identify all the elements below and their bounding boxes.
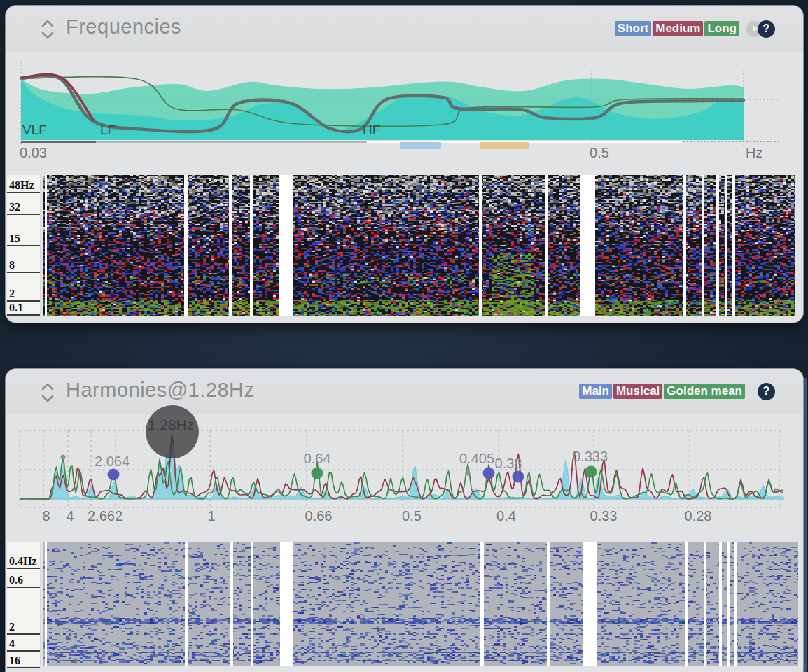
scale-label: 15: [7, 232, 40, 246]
x-axis-label-unit: Hz: [746, 145, 762, 160]
x-tick-label: 0.28: [685, 508, 712, 524]
time-track-segment: [21, 141, 96, 143]
x-tick-label: 0.33: [590, 508, 618, 524]
peak-dot: [466, 471, 471, 476]
marker-label: 0.333: [573, 449, 608, 464]
musical-line: [20, 434, 783, 499]
up-down-chevron-icon: [39, 18, 57, 41]
scale-label: 8: [7, 259, 40, 273]
help-button-harmonies[interactable]: ?: [758, 383, 775, 400]
scale-label: 48Hz: [7, 179, 40, 193]
marker-label: 0.64: [304, 451, 331, 466]
app-background: Frequencies Short Medium Long ? VLFLFHF0…: [0, 0, 808, 672]
legend-chip-musical[interactable]: Musical: [613, 384, 662, 400]
harmonic-marker[interactable]: 0.405: [459, 451, 495, 479]
x-tick-label: 8: [42, 508, 50, 524]
band-label: HF: [363, 122, 380, 137]
marker-circle: [585, 466, 597, 478]
collapse-toggle-frequencies[interactable]: [39, 18, 57, 41]
harmonies-title: Harmonies@1.28Hz: [66, 379, 255, 402]
harmonies-scale-strip: 0.4Hz0.62416: [7, 542, 40, 666]
scale-label: 0.4Hz: [7, 555, 40, 569]
harmonies-header: Harmonies@1.28Hz Main Musical Golden mea…: [6, 369, 803, 414]
legend-chip-medium[interactable]: Medium: [653, 21, 703, 37]
scale-label: 2: [7, 288, 40, 302]
harmonic-marker[interactable]: 0.64: [304, 451, 331, 479]
legend-chip-short[interactable]: Short: [615, 21, 651, 37]
time-track-bar: [400, 142, 441, 149]
marker-label: 2.064: [95, 454, 130, 469]
harmonies-panel: Harmonies@1.28Hz Main Musical Golden mea…: [6, 369, 803, 672]
time-track-bar: [480, 142, 529, 149]
marker-circle: [108, 469, 120, 481]
selected-frequency-label: 1.28Hz: [148, 416, 195, 433]
band-label: VLF: [22, 122, 47, 137]
x-tick-label: 0.5: [402, 508, 422, 524]
harmonies-spectrogram[interactable]: [43, 542, 798, 666]
up-down-chevron-icon: [39, 382, 57, 404]
frequencies-spectrogram[interactable]: [43, 175, 795, 316]
marker-circle: [483, 468, 495, 479]
marker-circle: [312, 468, 323, 479]
help-button-frequencies[interactable]: ?: [758, 20, 775, 38]
band-label: LF: [100, 122, 116, 137]
harmonies-chart[interactable]: 2.0640.640.4050.380.3331.28Hz842.66210.6…: [7, 416, 798, 536]
scale-label: 0.1: [7, 302, 40, 316]
x-tick-label: 0.66: [305, 508, 333, 524]
scale-label: 2: [7, 621, 40, 635]
frequencies-title: Frequencies: [66, 15, 181, 38]
harmonies-legend: Main Musical Golden mean ?: [578, 369, 775, 414]
x-tick-label: 2.662: [88, 508, 123, 524]
scale-label: 0.6: [7, 574, 40, 588]
frequencies-legend: Short Medium Long ?: [613, 6, 775, 52]
legend-chip-long[interactable]: Long: [704, 21, 739, 37]
time-track-segment: [96, 141, 367, 143]
x-tick-label: 1: [207, 508, 215, 524]
x-tick-label: 4: [66, 508, 74, 524]
legend-chip-golden-mean[interactable]: Golden mean: [664, 384, 745, 400]
scale-label: 16: [7, 654, 40, 668]
marker-label: 0.38: [495, 456, 522, 471]
selected-frequency-marker[interactable]: 1.28Hz: [146, 405, 199, 458]
harmonic-marker[interactable]: 2.064: [95, 454, 130, 481]
scrollbar-thumb[interactable]: [804, 378, 807, 672]
peak-dot: [61, 455, 66, 460]
marker-label: 0.405: [459, 451, 494, 466]
frequencies-panel: Frequencies Short Medium Long ? VLFLFHF0…: [6, 6, 803, 323]
scale-label: 4: [7, 638, 40, 652]
legend-chip-main[interactable]: Main: [579, 384, 612, 400]
x-tick-label: 0.4: [496, 508, 516, 524]
x-axis-label-left: 0.03: [20, 145, 47, 160]
frequencies-chart[interactable]: VLFLFHF0.030.5Hz: [7, 52, 798, 170]
spectrum-area: [20, 434, 784, 499]
collapse-toggle-harmonies[interactable]: [39, 382, 57, 404]
harmonic-marker[interactable]: 0.333: [573, 449, 608, 478]
frequencies-header: Frequencies Short Medium Long ?: [6, 6, 803, 52]
marker-circle: [513, 471, 524, 483]
scale-label: 32: [7, 201, 40, 215]
x-axis-label-mid: 0.5: [590, 145, 609, 160]
golden-line: [20, 458, 783, 499]
frequencies-scale-strip: 48Hz3215820.1: [7, 175, 40, 316]
